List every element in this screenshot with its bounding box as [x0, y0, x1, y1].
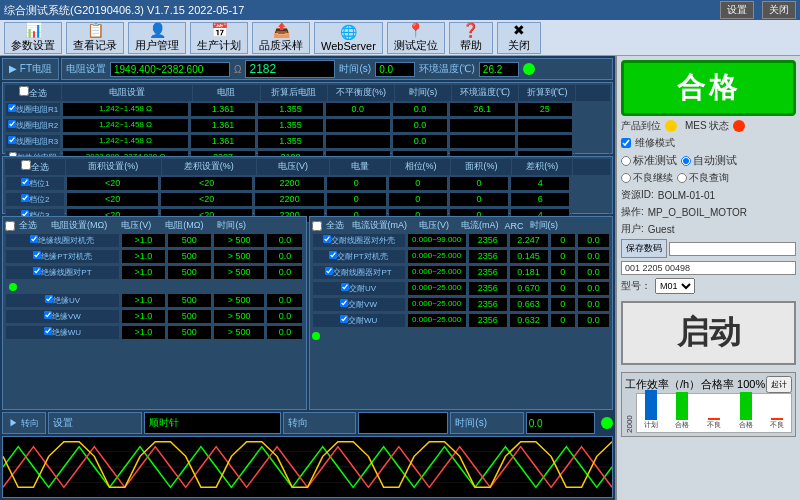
waveform-display — [2, 436, 613, 498]
ac-select-all[interactable] — [312, 221, 322, 231]
stat-button[interactable]: 起计 — [766, 376, 792, 393]
setting-label: 设置 — [53, 416, 73, 430]
bar-col-4: 合格 — [734, 392, 758, 430]
toolbar-btn-关闭[interactable]: ✖关闭 — [497, 22, 541, 54]
temp-value: 26.2 — [479, 62, 519, 77]
toolbar-icon: 📤 — [273, 22, 290, 38]
ac-row: 交耐UV 0.000~25.000 2356 0.670 0 0.0 — [312, 281, 611, 296]
ins-row: 绝缘PT对机壳 >1.0 500 > 500 0.0 — [5, 249, 304, 264]
ins-select-all[interactable] — [5, 221, 15, 231]
toolbar-btn-帮助[interactable]: ❓帮助 — [449, 22, 493, 54]
ins-row: 绝缘VW >1.0 500 > 500 0.0 — [5, 309, 304, 324]
rotation-indicator — [601, 417, 613, 429]
resistance-value: 2182 — [245, 60, 335, 78]
ft-indicator — [523, 63, 535, 75]
toolbar-icon: 📋 — [87, 22, 104, 38]
resistance-row: 线圈电阻R3 1.242~1.458 Ω 1.361 1.355 0.0 — [5, 134, 610, 149]
temp-label: 环境温度(℃) — [419, 62, 475, 76]
efficiency-section: 工作效率（/h） 合格率 100% 起计 2000 计划 合格 — [621, 372, 796, 437]
resistance-range: 1949.400~2382.600 — [110, 62, 230, 77]
operation-label: 操作: — [621, 205, 644, 219]
ac-row: 交耐线圈器对PT 0.000~25.000 2356 0.181 0 0.0 — [312, 265, 611, 280]
rotation-setting: 顺时针 — [149, 416, 179, 430]
toolbar-icon: 📍 — [407, 22, 424, 38]
resistance-select-all[interactable] — [19, 86, 29, 96]
resistance-label: 电阻设置 — [66, 62, 106, 76]
resistance-row: 线圈电阻R2 1.242~1.458 Ω 1.361 1.355 0.0 — [5, 118, 610, 133]
toolbar-btn-WebServer[interactable]: 🌐WebServer — [314, 22, 383, 54]
ins-row: 绝缘UV >1.0 500 > 500 0.0 — [5, 293, 304, 308]
qualified-rate: 合格率 100% — [701, 377, 765, 392]
bar-col-5: 不良 — [765, 418, 789, 430]
bar-pass2 — [740, 392, 752, 420]
settings-button[interactable]: 设置 — [720, 1, 754, 19]
bar-chart: 计划 合格 不良 合格 — [636, 393, 792, 433]
toolbar-icon: 📊 — [25, 22, 42, 38]
toolbar-icon: ✖ — [513, 22, 525, 38]
start-button[interactable]: 启动 — [621, 301, 796, 365]
arrived-label: 产品到位 — [621, 119, 661, 133]
toolbar-icon: 👤 — [149, 22, 166, 38]
left-panel: ▶ FT电阻 电阻设置 1949.400~2382.600 Ω 2182 时间(… — [0, 56, 615, 500]
time-label: 时间(s) — [339, 62, 371, 76]
user-label: 用户: — [621, 222, 644, 236]
ins-row: 绝缘WU >1.0 500 > 500 0.0 — [5, 325, 304, 340]
pass-badge: 合格 — [621, 60, 796, 116]
app-title: 综合测试系统(G20190406.3) V1.7.15 2022-05-17 — [4, 3, 244, 18]
title-bar: 综合测试系统(G20190406.3) V1.7.15 2022-05-17 设… — [0, 0, 800, 20]
resistance-grid: 全选 电阻设置 电阻 折算后电阻 不平衡度(%) 时间(s) 环境温度(℃) 折… — [2, 82, 613, 154]
ac-row: 交耐线圈器对外壳 0.000~99.000 2356 2.247 0 0.0 — [312, 233, 611, 248]
repair-mode-label: 维修模式 — [635, 136, 675, 150]
area-select-all[interactable] — [21, 160, 31, 170]
bad-query-radio[interactable] — [677, 173, 687, 183]
ac-grid: 全选 电流设置(mA) 电压(V) 电流(mA) ARC 时间(s) 交耐线圈器… — [309, 216, 614, 410]
standard-test-radio[interactable] — [621, 156, 631, 166]
rotation-label: 转向 — [288, 416, 308, 430]
resistance-row: 线圈电阻R1 1.242~1.458 Ω 1.361 1.355 0.0 0.0… — [5, 102, 610, 117]
rot-time-value: 0.0 — [529, 418, 543, 429]
bar-col-2: 合格 — [671, 392, 695, 430]
toolbar-btn-生产计划[interactable]: 📅生产计划 — [190, 22, 248, 54]
bar-pass — [676, 392, 688, 420]
barcode-input[interactable] — [669, 242, 796, 256]
ac-row: 交耐WU 0.000~25.000 2356 0.632 0 0.0 — [312, 313, 611, 328]
efficiency-title: 工作效率（/h） — [625, 377, 700, 392]
bar-col-3: 不良 — [702, 418, 726, 430]
operation-value: MP_O_BOIL_MOTOR — [648, 207, 747, 218]
ac-row: 交耐PT对机壳 0.000~25.000 2356 0.145 0 0.0 — [312, 249, 611, 264]
rot-time-label: 时间(s) — [455, 416, 487, 430]
model-select[interactable]: M01 M02 — [655, 278, 695, 294]
toolbar-icon: 📅 — [211, 22, 228, 38]
toolbar-btn-用户管理[interactable]: 👤用户管理 — [128, 22, 186, 54]
repair-mode-checkbox[interactable] — [621, 138, 631, 148]
barcode-extra: 001 2205 00498 — [621, 261, 796, 275]
save-button[interactable]: 保存数码 — [621, 239, 667, 258]
toolbar-icon: 🌐 — [340, 24, 357, 40]
arrived-indicator — [665, 120, 677, 132]
ft-label: ▶ FT电阻 — [9, 62, 52, 76]
toolbar-btn-品质采样[interactable]: 📤品质采样 — [252, 22, 310, 54]
bar-col-1: 计划 — [639, 390, 663, 430]
ins-indicator — [9, 283, 17, 291]
bar-label-3: 不良 — [707, 420, 721, 430]
ins-row: 绝缘线圈对机壳 >1.0 500 > 500 0.0 — [5, 233, 304, 248]
bar-label-1: 计划 — [644, 420, 658, 430]
toolbar-btn-查看记录[interactable]: 📋查看记录 — [66, 22, 124, 54]
ins-row: 绝缘线圈对PT >1.0 500 > 500 0.0 — [5, 265, 304, 280]
toolbar-btn-测试定位[interactable]: 📍测试定位 — [387, 22, 445, 54]
bad-continue-radio[interactable] — [621, 173, 631, 183]
ac-row: 交耐VW 0.000~25.000 2356 0.663 0 0.0 — [312, 297, 611, 312]
area-row: 档位1 <20 <20 2200 0 0 0 4 — [5, 176, 610, 191]
mes-label: MES 状态 — [685, 119, 729, 133]
bar-label-4: 合格 — [739, 420, 753, 430]
close-button[interactable]: 关闭 — [762, 1, 796, 19]
insulation-grid: 全选 电阻设置(MΩ) 电压(V) 电阻(MΩ) 时间(s) 绝缘线圈对机壳 >… — [2, 216, 307, 410]
bar-plan — [645, 390, 657, 420]
user-value: Guest — [648, 224, 675, 235]
mes-indicator — [733, 120, 745, 132]
auto-test-radio[interactable] — [681, 156, 691, 166]
toolbar-btn-参数设置[interactable]: 📊参数设置 — [4, 22, 62, 54]
main-area: ▶ FT电阻 电阻设置 1949.400~2382.600 Ω 2182 时间(… — [0, 56, 800, 500]
resource-label: 资源ID: — [621, 188, 654, 202]
bar-label-2: 合格 — [675, 420, 689, 430]
